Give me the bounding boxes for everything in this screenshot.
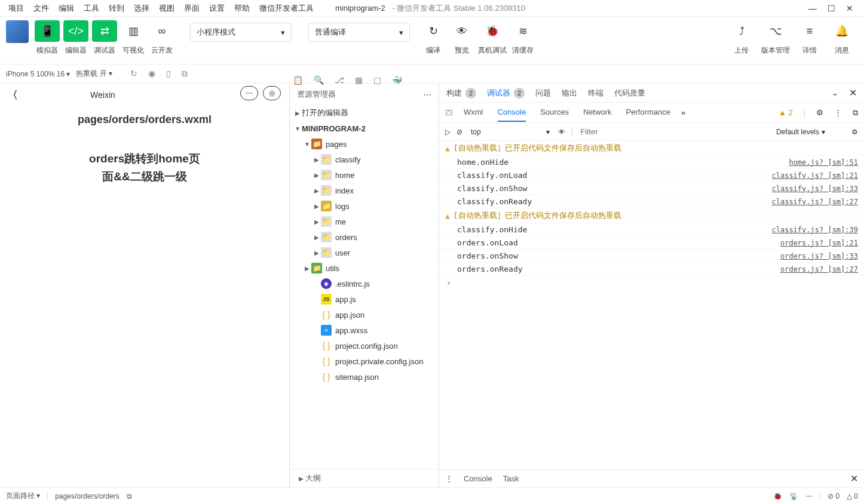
source-link[interactable]: classify.js? [sm]:21 <box>772 171 859 180</box>
copy-path-icon[interactable]: ⧉ <box>127 492 132 500</box>
more-icon[interactable]: ⋯ <box>424 90 431 99</box>
source-link[interactable]: classify.js? [sm]:39 <box>772 226 859 234</box>
toolbar-button[interactable]: 🐞真机调试 <box>478 20 507 56</box>
device-select[interactable]: iPhone 5 100% 16 ▾ <box>6 70 70 78</box>
clipboard-icon[interactable]: 📋 <box>293 75 303 85</box>
pagepath-dropdown[interactable]: 页面路径 ▾ <box>6 491 40 501</box>
source-link[interactable]: classify.js? [sm]:27 <box>772 198 859 206</box>
file-item[interactable]: { }app.json <box>290 307 439 322</box>
menu-item[interactable]: 选择 <box>130 2 153 15</box>
folder-index[interactable]: ▶📁index <box>290 183 439 198</box>
file-item[interactable]: { }project.config.json <box>290 338 439 354</box>
capsule-close-icon[interactable]: ◎ <box>263 86 281 100</box>
menu-item[interactable]: 界面 <box>180 2 203 15</box>
toolbar-button[interactable]: ▥可视化 <box>121 20 146 56</box>
clear-icon[interactable]: ⊘ <box>456 128 462 136</box>
toolbar-button[interactable]: 👁预览 <box>449 20 474 56</box>
source-link[interactable]: orders.js? [sm]:21 <box>780 239 858 247</box>
hotreload-select[interactable]: 热重载 开 ▾ <box>76 69 112 79</box>
search-icon[interactable]: 🔍 <box>314 75 324 85</box>
menu-item[interactable]: 工具 <box>80 2 103 15</box>
file-item[interactable]: ≡app.wxss <box>290 322 439 338</box>
toolbar-button[interactable]: ≋清缓存 <box>510 20 535 56</box>
levels-select[interactable]: Default levels▾ ⚙ <box>776 128 858 136</box>
toolbar-button[interactable]: ⇄调试器 <box>92 20 117 56</box>
menu-item[interactable]: 转到 <box>105 2 128 15</box>
copy-icon[interactable]: ⧉ <box>182 69 188 79</box>
toolbar-button[interactable]: 🔔消息 <box>829 20 854 56</box>
menu-item[interactable]: 微信开发者工具 <box>256 2 317 15</box>
box-icon[interactable]: ▢ <box>373 75 381 85</box>
project-root[interactable]: ▼MINIPROGRAM-2 <box>290 121 439 136</box>
drawer-close-icon[interactable]: ✕ <box>850 473 858 484</box>
kebab-icon[interactable]: ⋮ <box>445 474 453 483</box>
source-link[interactable]: classify.js? [sm]:33 <box>772 185 859 193</box>
chevron-down-icon[interactable]: ⌄ <box>832 88 838 97</box>
source-link[interactable]: orders.js? [sm]:27 <box>780 265 858 273</box>
devtab[interactable]: 问题 <box>535 88 551 99</box>
menu-item[interactable]: 编辑 <box>55 2 78 15</box>
file-item[interactable]: { }project.private.config.json <box>290 354 439 369</box>
menu-item[interactable]: 设置 <box>206 2 228 15</box>
subtab-wxml[interactable]: Wxml <box>464 103 483 122</box>
branch-icon[interactable]: ⎇ <box>335 75 344 85</box>
minimize-icon[interactable]: — <box>808 4 817 13</box>
folder-utils[interactable]: ▶📁utils <box>290 260 439 276</box>
folder-pages[interactable]: ▼📁pages <box>290 136 439 152</box>
toolbar-button[interactable]: ↻编译 <box>421 20 446 56</box>
folder-orders[interactable]: ▶📁orders <box>290 229 439 245</box>
inspect-icon[interactable]: ⮹ <box>445 108 453 117</box>
maximize-icon[interactable]: ☐ <box>828 4 835 13</box>
close-panel-icon[interactable]: ✕ <box>849 87 857 99</box>
toolbar-button[interactable]: ⤴上传 <box>729 20 754 56</box>
subtab-network[interactable]: Network <box>583 103 612 122</box>
outline-section[interactable]: ▶大纲 <box>290 469 439 487</box>
toolbar-button[interactable]: ∞云开发 <box>149 20 174 56</box>
more-tabs-icon[interactable]: » <box>681 108 685 117</box>
devtab[interactable]: 调试器2 <box>487 88 525 99</box>
console-prompt[interactable]: › <box>439 276 864 290</box>
record-icon[interactable]: ◉ <box>148 69 155 79</box>
drawer-tab-console[interactable]: Console <box>464 474 492 483</box>
grid-icon[interactable]: ▦ <box>355 75 363 85</box>
folder-logs[interactable]: ▶📁logs <box>290 198 439 214</box>
menu-item[interactable]: 视图 <box>155 2 178 15</box>
file-item[interactable]: { }sitemap.json <box>290 369 439 385</box>
warn-badge[interactable]: ▲ 2 <box>779 108 793 117</box>
close-icon[interactable]: ✕ <box>846 4 853 13</box>
kebab-icon[interactable]: ⋮ <box>834 108 842 117</box>
play-icon[interactable]: ▷ <box>445 128 451 136</box>
menu-item[interactable]: 文件 <box>30 2 53 15</box>
toolbar-button[interactable]: ⌥版本管理 <box>761 20 790 56</box>
toolbar-button[interactable]: </>编辑器 <box>63 20 88 56</box>
folder-home[interactable]: ▶📁home <box>290 167 439 183</box>
dock-icon[interactable]: ⧉ <box>853 108 858 118</box>
menu-item[interactable]: 项目 <box>5 2 27 15</box>
toolbar-button[interactable]: 📱模拟器 <box>35 20 60 56</box>
mode-select[interactable]: 小程序模式▾ <box>190 23 292 42</box>
folder-user[interactable]: ▶📁user <box>290 245 439 260</box>
compile-select[interactable]: 普通编译▾ <box>308 23 410 42</box>
refresh-icon[interactable]: ↻ <box>130 69 137 79</box>
source-link[interactable]: orders.js? [sm]:33 <box>780 252 858 260</box>
more-icon[interactable]: ⋯ <box>805 492 813 500</box>
docker-icon[interactable]: 🐳 <box>392 75 402 85</box>
subtab-console[interactable]: Console <box>498 103 526 122</box>
folder-classify[interactable]: ▶📁classify <box>290 152 439 167</box>
devtab[interactable]: 终端 <box>588 88 603 99</box>
toolbar-button[interactable]: ≡详情 <box>797 20 822 56</box>
devtab[interactable]: 输出 <box>562 88 577 99</box>
context-select[interactable]: top▾ <box>468 127 552 137</box>
gear-icon[interactable]: ⚙ <box>851 128 858 136</box>
folder-me[interactable]: ▶📁me <box>290 214 439 229</box>
eye-icon[interactable]: 👁 <box>558 128 565 136</box>
warnings-count[interactable]: △ 0 <box>847 492 858 500</box>
drawer-tab-task[interactable]: Task <box>503 474 519 483</box>
file-item[interactable]: ◉.eslintrc.js <box>290 276 439 291</box>
subtab-performance[interactable]: Performance <box>626 103 670 122</box>
subtab-sources[interactable]: Sources <box>540 103 569 122</box>
opened-editors[interactable]: ▶打开的编辑器 <box>290 105 439 121</box>
filter-input[interactable] <box>579 126 682 137</box>
bug-icon[interactable]: 🐞 <box>773 492 782 500</box>
errors-count[interactable]: ⊘ 0 <box>828 492 840 500</box>
